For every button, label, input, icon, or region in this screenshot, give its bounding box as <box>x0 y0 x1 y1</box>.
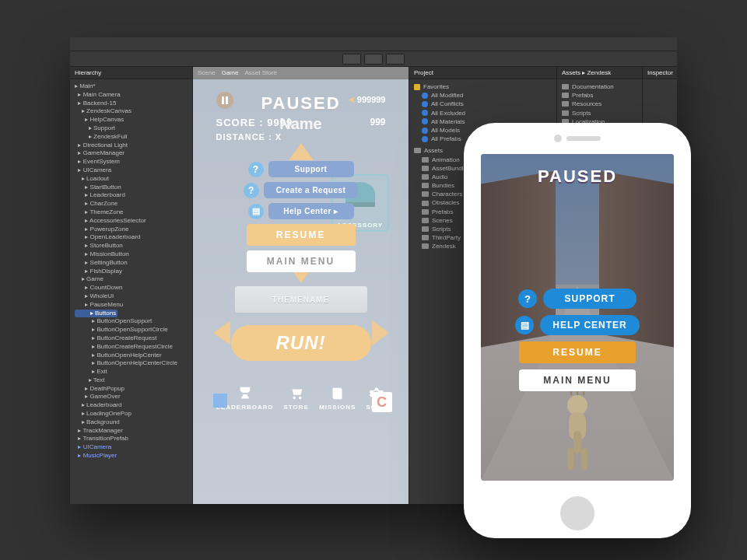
hierarchy-item[interactable]: ▸ ButtonCreateRequest <box>75 334 188 343</box>
hierarchy-item[interactable]: ▸ Backend-15 <box>75 100 188 108</box>
hierarchy-tree[interactable]: ▸ Main* ▸ Main Camera ▸ Backend-15 ▸ Zen… <box>70 79 192 504</box>
hierarchy-item[interactable]: ▸ DeathPopup <box>75 385 188 394</box>
help-center-button[interactable]: Help Center ▸ <box>268 203 354 219</box>
hierarchy-item[interactable]: ▸ GameManager <box>75 149 188 158</box>
fish-counter: 999999 <box>349 95 386 105</box>
project-item[interactable]: Resources <box>562 100 637 108</box>
project-favorite-search[interactable]: All Conflicts <box>414 100 552 108</box>
hierarchy-item[interactable]: ▸ SettingButton <box>75 259 188 268</box>
screenshot-card: Hierarchy ▸ Main* ▸ Main Camera ▸ Backen… <box>70 37 677 504</box>
hierarchy-item[interactable]: ▸ Text <box>75 376 188 385</box>
trophy-icon <box>237 385 254 402</box>
pause-button[interactable] <box>364 54 383 65</box>
hierarchy-item[interactable]: ▸ HelpCanvas <box>75 116 188 124</box>
hierarchy-item[interactable]: ▸ Exit <box>75 368 188 376</box>
phone-support-icon[interactable]: ? <box>518 289 537 308</box>
hierarchy-item[interactable]: ▸ LoadingOnePop <box>75 410 188 418</box>
support-button[interactable]: Support <box>268 161 354 177</box>
scene-gizmo-icon <box>213 394 227 408</box>
hierarchy-item[interactable]: ▸ Buttons <box>75 310 117 318</box>
hierarchy-header: Hierarchy <box>70 67 192 79</box>
zendesk-logo-icon: C <box>372 392 392 412</box>
hierarchy-item[interactable]: ▸ StoreButton <box>75 242 188 250</box>
phone-speaker-icon <box>566 136 601 141</box>
hierarchy-item[interactable]: ▸ MissionButton <box>75 250 188 259</box>
cart-icon <box>288 385 305 402</box>
phone-helpcenter-button[interactable]: HELP CENTER <box>540 315 639 335</box>
nav-missions[interactable]: MISSIONS <box>319 385 356 411</box>
phone-mainmenu-button[interactable]: MAIN MENU <box>519 369 636 391</box>
hierarchy-item[interactable]: ▸ Main* <box>75 82 188 91</box>
hierarchy-item[interactable]: ▸ ButtonCreateRequestCircle <box>75 343 188 352</box>
hierarchy-item[interactable]: ▸ TransitionPrefab <box>75 435 188 443</box>
hierarchy-item[interactable]: ▸ EventSystem <box>75 158 188 166</box>
inspector-tab[interactable]: Inspector <box>647 69 673 76</box>
hierarchy-item[interactable]: ▸ AccessoriesSelector <box>75 217 188 226</box>
step-button[interactable] <box>386 54 405 65</box>
tab-game[interactable]: Game <box>222 69 239 76</box>
project-tab[interactable]: Project <box>414 69 433 76</box>
hierarchy-item[interactable]: ▸ Background <box>75 418 188 427</box>
hierarchy-item[interactable]: ▸ Leaderboard <box>75 191 188 200</box>
tab-assetstore[interactable]: Asset Store <box>244 69 276 76</box>
theme-selector[interactable]: THEMENAME <box>235 286 367 313</box>
run-button[interactable]: RUN! <box>231 325 371 361</box>
project-favorite-search[interactable]: All Excluded <box>414 109 552 117</box>
hierarchy-item[interactable]: ▸ Game <box>75 275 188 284</box>
hierarchy-item[interactable]: ▸ PowerupZone <box>75 226 188 234</box>
phone-pause-menu: ? SUPPORT ▤ HELP CENTER RESUME MAIN MENU <box>481 289 674 391</box>
hierarchy-item[interactable]: ▸ StartButton <box>75 184 188 192</box>
project-item[interactable]: Prefabs <box>562 91 637 100</box>
editor-menubar <box>70 37 677 51</box>
create-request-button[interactable]: Create a Request <box>264 182 359 198</box>
hierarchy-item[interactable]: ▸ WholeUI <box>75 292 188 301</box>
phone-notch <box>554 123 601 154</box>
hierarchy-item[interactable]: ▸ GameOver <box>75 393 188 401</box>
hierarchy-item[interactable]: ▸ Main Camera <box>75 91 188 100</box>
hierarchy-item[interactable]: ▸ Loadout <box>75 175 188 184</box>
hierarchy-item[interactable]: ▸ PauseMenu <box>75 301 188 310</box>
phone-resume-button[interactable]: RESUME <box>519 341 636 363</box>
hierarchy-item[interactable]: ▸ UICamera <box>75 443 188 452</box>
hierarchy-item[interactable]: ▸ Directional Light <box>75 142 188 150</box>
theme-label: THEMENAME <box>272 296 329 304</box>
nav-store[interactable]: STORE <box>284 385 309 411</box>
hierarchy-item[interactable]: ▸ ButtonOpenSupportCircle <box>75 326 188 334</box>
hierarchy-item[interactable]: ▸ ZendeskCanvas <box>75 107 188 116</box>
phone-home-button[interactable] <box>560 496 594 530</box>
hierarchy-item[interactable]: ▸ OpenLeaderboard <box>75 233 188 242</box>
hierarchy-item[interactable]: ▸ ThemeZone <box>75 208 188 217</box>
phone-helpcenter-icon[interactable]: ▤ <box>515 316 534 334</box>
hierarchy-item[interactable]: ▸ ButtonOpenHelpCenterCircle <box>75 359 188 368</box>
hierarchy-item[interactable]: ▸ FishDisplay <box>75 268 188 276</box>
resume-button[interactable]: RESUME <box>247 224 356 246</box>
support-info-icon[interactable]: ? <box>248 162 264 177</box>
project-favorite-search[interactable]: All Modified <box>414 91 552 100</box>
hierarchy-item[interactable]: ▸ ButtonOpenSupport <box>75 317 188 326</box>
project-favorites-header[interactable]: Favorites <box>414 82 552 91</box>
play-button[interactable] <box>342 54 361 65</box>
hierarchy-item[interactable]: ▸ Support <box>75 124 188 133</box>
phone-mock: PAUSED ? SUPPORT ▤ HELP CENTER RESUME MA… <box>464 123 691 538</box>
phone-support-button[interactable]: SUPPORT <box>543 289 637 309</box>
hierarchy-item[interactable]: ▸ ButtonOpenHelpCenter <box>75 352 188 360</box>
editor-toolbar <box>70 51 677 67</box>
hierarchy-tab[interactable]: Hierarchy <box>75 69 101 76</box>
project-item[interactable]: Documentation <box>562 82 637 91</box>
tab-scene[interactable]: Scene <box>198 69 216 76</box>
phone-screen: PAUSED ? SUPPORT ▤ HELP CENTER RESUME MA… <box>481 154 674 481</box>
helpcenter-icon[interactable]: ▤ <box>248 204 264 219</box>
project-item[interactable]: Scripts <box>562 109 637 117</box>
hierarchy-item[interactable]: ▸ MusicPlayer <box>75 452 188 460</box>
hierarchy-item[interactable]: ▸ TrackManager <box>75 427 188 436</box>
char-name-label: Name <box>212 115 391 133</box>
hierarchy-item[interactable]: ▸ CharZone <box>75 200 188 208</box>
request-info-icon[interactable]: ? <box>244 183 259 198</box>
hierarchy-item[interactable]: ▸ ZendeskFull <box>75 133 188 142</box>
main-menu-button[interactable]: MAIN MENU <box>247 250 356 272</box>
hierarchy-item[interactable]: ▸ Leaderboard <box>75 401 188 410</box>
arrow-up-icon[interactable] <box>289 143 314 160</box>
run-label: RUN! <box>276 332 326 354</box>
hierarchy-item[interactable]: ▸ UICamera <box>75 166 188 175</box>
hierarchy-item[interactable]: ▸ CountDown <box>75 284 188 292</box>
